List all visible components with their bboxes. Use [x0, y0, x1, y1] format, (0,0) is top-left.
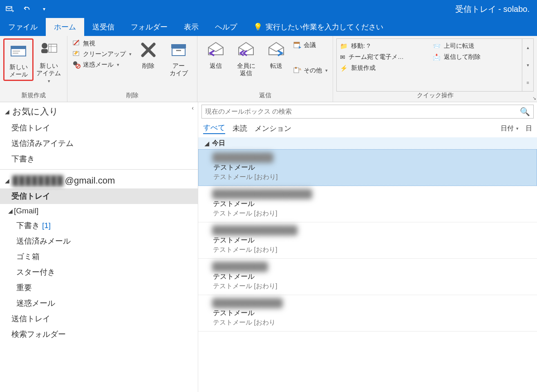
nav-outbox[interactable]: 送信トレイ [0, 311, 198, 327]
nav-junk[interactable]: 迷惑メール [0, 296, 198, 311]
nav-favorites[interactable]: ◢お気に入り [0, 102, 198, 120]
tab-help[interactable]: ヘルプ [207, 18, 245, 36]
group-today[interactable]: ◢今日 [198, 137, 537, 149]
chevron-down-icon: ◢ [5, 108, 11, 115]
undo-icon[interactable] [22, 4, 32, 14]
nav-account[interactable]: ◢████████@gmail.com [0, 172, 198, 188]
qs-expand[interactable]: ≡ [522, 74, 533, 91]
forward-button[interactable]: 転送 [261, 38, 291, 71]
forward-mail-icon: 📨 [433, 43, 441, 50]
message-row[interactable]: ████████████テストメールテストメール [おわり] [198, 149, 537, 186]
nav-starred[interactable]: スター付き [0, 264, 198, 280]
qs-scroll-up[interactable]: ▴ [522, 39, 533, 56]
qs-team[interactable]: ✉チーム宛て電子メ… [340, 52, 426, 63]
sort-by-date[interactable]: 日付 ▾ 日 [501, 124, 532, 133]
tab-file[interactable]: ファイル [0, 18, 46, 36]
reply-all-button[interactable]: 全員に 返信 [231, 38, 261, 78]
new-mail-label: 新しい メール [9, 63, 28, 78]
message-from: ████████████ [213, 154, 530, 162]
search-box[interactable]: 🔍 [201, 105, 534, 119]
delete-icon [139, 40, 158, 60]
title-bar: ▾ 受信トレイ - solabo. [0, 0, 537, 18]
filter-unread[interactable]: 未読 [233, 123, 247, 133]
message-from: ███████████ [213, 263, 530, 271]
more-icon: IM [293, 66, 301, 74]
message-row[interactable]: ███████████テストメールテストメール [おわり] [198, 259, 537, 295]
tab-folder[interactable]: フォルダー [123, 18, 176, 36]
chevron-down-icon: ◢ [5, 177, 11, 184]
message-row[interactable]: ████████████████████テストメールテストメール [おわり] [198, 186, 537, 222]
search-icon[interactable]: 🔍 [520, 107, 530, 116]
message-preview: テストメール [おわり] [213, 282, 530, 291]
filter-all[interactable]: すべて [203, 123, 225, 134]
ribbon-group-respond: 返信 全員に 返信 転送 会議 IM その他▾ [197, 36, 333, 102]
qs-move[interactable]: 📁移動: ? [340, 40, 426, 52]
nav-fav-sent[interactable]: 送信済みアイテム [0, 136, 198, 151]
nav-inbox[interactable]: 受信トレイ [0, 188, 198, 204]
reply-icon [206, 40, 226, 60]
tab-sendreceive[interactable]: 送受信 [84, 18, 123, 36]
reply-button[interactable]: 返信 [201, 38, 231, 71]
ribbon-tabs: ファイル ホーム 送受信 フォルダー 表示 ヘルプ 💡 実行したい作業を入力して… [0, 18, 537, 36]
cleanup-button[interactable]: クリーンアップ▾ [72, 50, 132, 58]
chevron-down-icon: ◢ [205, 140, 210, 147]
message-from: █████████████████ [213, 226, 530, 235]
ribbon-group-delete: 無視 クリーンアップ▾ 迷惑メール▾ 削除 [67, 36, 197, 102]
new-items-icon [39, 40, 58, 60]
new-items-label: 新しい アイテム ▾ [34, 62, 63, 84]
folder-nav-pane: ‹ ◢お気に入り 受信トレイ 送信済みアイテム 下書き ◢████████@gm… [0, 102, 198, 392]
new-items-button[interactable]: 新しい アイテム ▾ [34, 38, 64, 86]
svg-rect-3 [13, 51, 20, 52]
ribbon-group-new-label: 新規作成 [3, 92, 64, 101]
qs-boss[interactable]: 📨上司に転送 [433, 40, 519, 52]
forward-icon [266, 40, 286, 60]
ignore-button[interactable]: 無視 [72, 39, 132, 47]
message-from: ██████████████ [213, 299, 530, 307]
qs-scroll-down[interactable]: ▾ [522, 56, 533, 74]
tell-me-box[interactable]: 💡 実行したい作業を入力してください [245, 22, 383, 32]
svg-rect-6 [41, 49, 48, 53]
new-mail-button[interactable]: 新しい メール [3, 38, 34, 81]
nav-fav-drafts[interactable]: 下書き [0, 151, 198, 167]
tell-me-label: 実行したい作業を入力してください [266, 22, 383, 32]
nav-fav-inbox[interactable]: 受信トレイ [0, 120, 198, 136]
message-row[interactable]: █████████████████テストメールテストメール [おわり] [198, 222, 537, 259]
mail-icon: ✉ [340, 54, 345, 61]
qs-replydel[interactable]: 📩返信して削除 [433, 52, 519, 63]
more-respond-button[interactable]: IM その他▾ [293, 66, 328, 74]
filter-mentions[interactable]: メンション [255, 123, 291, 133]
tab-home[interactable]: ホーム [46, 18, 84, 36]
lightning-icon: ⚡ [340, 65, 348, 72]
chevron-down-icon: ◢ [8, 208, 14, 214]
message-subject: テストメール [213, 163, 530, 172]
nav-trash[interactable]: ゴミ箱 [0, 249, 198, 264]
meeting-button[interactable]: 会議 [293, 41, 328, 49]
message-preview: テストメール [おわり] [213, 173, 530, 181]
svg-rect-21 [295, 67, 297, 69]
svg-rect-2 [11, 46, 26, 49]
nav-drafts2[interactable]: 下書き[1] [0, 218, 198, 233]
nav-searchfolders[interactable]: 検索フォルダー [0, 327, 198, 342]
lightbulb-icon: 💡 [253, 22, 262, 31]
message-preview: テストメール [おわり [213, 318, 530, 327]
nav-important[interactable]: 重要 [0, 280, 198, 296]
message-subject: テストメール [213, 308, 530, 318]
delete-button[interactable]: 削除 [133, 38, 163, 71]
quicksteps-launcher-icon[interactable]: ↘ [533, 96, 536, 101]
qs-new[interactable]: ⚡新規作成 [340, 63, 426, 74]
message-subject: テストメール [213, 199, 530, 208]
tab-view[interactable]: 表示 [176, 18, 207, 36]
send-receive-icon[interactable] [5, 4, 15, 14]
archive-button[interactable]: アー カイブ [163, 38, 194, 78]
nav-gmail[interactable]: ◢[Gmail] [0, 204, 198, 218]
qat-dropdown-icon[interactable]: ▾ [39, 4, 49, 14]
svg-rect-4 [13, 53, 18, 54]
nav-sent2[interactable]: 送信済みメール [0, 233, 198, 249]
search-input[interactable] [205, 108, 520, 115]
message-preview: テストメール [おわり] [213, 246, 530, 254]
junk-button[interactable]: 迷惑メール▾ [72, 60, 132, 69]
ribbon-group-new: 新しい メール 新しい アイテム ▾ 新規作成 [0, 36, 67, 102]
message-row[interactable]: ██████████████テストメールテストメール [おわり [198, 295, 537, 332]
ribbon-group-delete-label: 削除 [71, 92, 194, 101]
collapse-nav-icon[interactable]: ‹ [192, 105, 194, 111]
